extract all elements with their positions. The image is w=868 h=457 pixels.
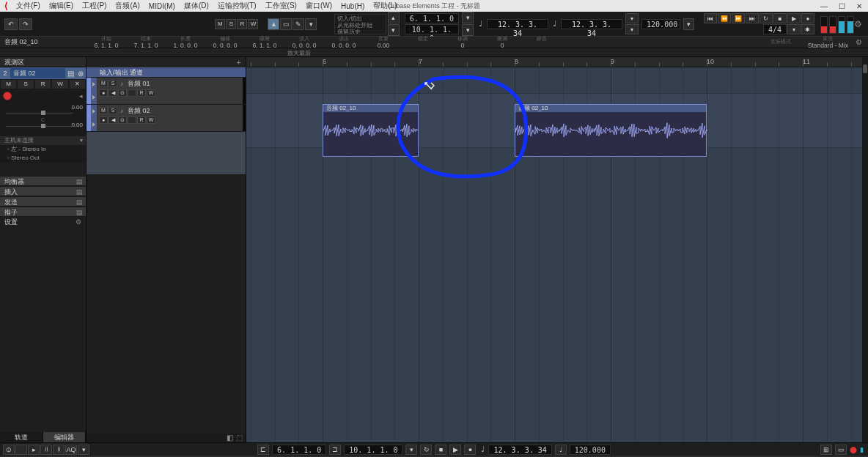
- click-button[interactable]: ✱: [801, 24, 814, 34]
- sb-tool-3[interactable]: ॥: [40, 445, 52, 455]
- info-cell[interactable]: 静音: [522, 36, 562, 48]
- sb-right-locator[interactable]: 10. 1. 1. 0: [344, 445, 402, 455]
- history-nudge-up[interactable]: ▴: [388, 12, 400, 23]
- info-cell[interactable]: 结束7. 1. 1. 0: [126, 36, 166, 48]
- track-monitor-icon[interactable]: ◂: [79, 92, 83, 100]
- info-cell[interactable]: 音量0.00: [364, 36, 403, 48]
- locator-nudge2[interactable]: ▾: [462, 24, 474, 36]
- dropdown-tool[interactable]: ▾: [305, 18, 317, 30]
- arrange-area[interactable]: 678910111213 音频 02_10 音频 02_10: [246, 57, 868, 442]
- info-music-mode[interactable]: 音乐模式: [761, 39, 801, 45]
- track-read[interactable]: R: [137, 89, 146, 97]
- time-format[interactable]: ▾: [625, 13, 639, 23]
- sb-time-fmt[interactable]: ♩: [555, 445, 567, 455]
- bottom-tab-track[interactable]: 轨道: [0, 432, 43, 442]
- minimize-button[interactable]: —: [815, 2, 833, 10]
- section-inserts[interactable]: 插入▤: [0, 186, 86, 196]
- info-cell[interactable]: 微调0: [482, 36, 522, 48]
- tempo-dropdown[interactable]: ▾: [683, 18, 694, 30]
- redo-button[interactable]: ↷: [19, 18, 32, 30]
- audio-clip[interactable]: 音频 02_10: [515, 104, 707, 157]
- track-write-button[interactable]: W: [51, 79, 68, 89]
- sb-tool-5[interactable]: AQ: [65, 445, 77, 455]
- info-cell[interactable]: 偏移0. 0. 0. 0: [205, 36, 245, 48]
- vertical-scrollbar[interactable]: [862, 57, 868, 442]
- track-freeze[interactable]: ⊙: [118, 89, 127, 97]
- locator-nudge[interactable]: ▾: [462, 12, 474, 23]
- infoline-settings-icon[interactable]: ⚙: [856, 38, 862, 46]
- menu-project[interactable]: 工程(P): [78, 1, 111, 11]
- toolbar-settings-icon[interactable]: ⚙: [854, 19, 862, 29]
- record-enable-button[interactable]: [3, 92, 12, 100]
- left-locator[interactable]: 6. 1. 1. 0: [405, 13, 459, 23]
- track-rec[interactable]: ●: [99, 116, 108, 124]
- menu-edit[interactable]: 编辑(E): [45, 1, 78, 11]
- time-signature[interactable]: 4/4: [763, 24, 787, 34]
- sb-locator-r-btn[interactable]: ⊐: [329, 445, 341, 455]
- secondary-time-display[interactable]: 12. 3. 3. 34: [561, 19, 622, 29]
- sb-play[interactable]: ▶: [450, 445, 462, 455]
- sb-tool-0[interactable]: ⊙: [3, 445, 15, 455]
- sb-tool-1[interactable]: [15, 445, 27, 455]
- tracklist-expand-icon[interactable]: ⬚: [236, 434, 243, 442]
- sig-dropdown[interactable]: ▾: [787, 24, 801, 34]
- range-tool[interactable]: ▭: [280, 18, 292, 30]
- section-fader[interactable]: 推子▤: [0, 207, 86, 217]
- sb-locator-l-btn[interactable]: ⊏: [257, 445, 269, 455]
- track-monitor[interactable]: ◀: [108, 116, 117, 124]
- track-solo[interactable]: S: [108, 80, 117, 87]
- stop-button[interactable]: ■: [773, 13, 787, 23]
- sb-nudge[interactable]: ▾: [406, 445, 418, 455]
- info-algorithm[interactable]: 算法Standard - Mix: [801, 36, 856, 48]
- track-write[interactable]: W: [147, 89, 155, 97]
- inspector-tab[interactable]: 观测区: [0, 57, 86, 67]
- track-mute-button[interactable]: M: [0, 79, 17, 89]
- history-dropdown[interactable]: 切入/切出 从光标处开始 保留历史 新分段: [334, 14, 386, 34]
- menu-hub[interactable]: Hub(H): [336, 2, 369, 10]
- add-track-button[interactable]: +: [237, 58, 241, 67]
- close-button[interactable]: ✕: [850, 2, 868, 10]
- time-format2[interactable]: ▾: [625, 24, 639, 34]
- track-row[interactable]: M S ♪ 音频 02 ● ◀ ⊙ R W: [87, 105, 246, 132]
- settings-row[interactable]: 设置⚙: [0, 217, 86, 227]
- sb-cycle[interactable]: ↻: [421, 445, 433, 455]
- info-cell[interactable]: 淡入0. 0. 0. 0: [284, 36, 324, 48]
- track-monitor[interactable]: ◀: [108, 89, 117, 97]
- sb-tool-6[interactable]: ▾: [78, 445, 89, 455]
- undo-button[interactable]: ↶: [4, 18, 18, 30]
- info-cell[interactable]: 吸附6. 1. 1. 0: [245, 36, 284, 48]
- track-close-button[interactable]: ✕: [69, 79, 86, 89]
- bottom-tab-editor[interactable]: 编辑器: [43, 432, 87, 442]
- rewind-button[interactable]: ⏪: [718, 13, 731, 23]
- primary-time-display[interactable]: 12. 3. 3. 34: [487, 19, 548, 29]
- track-mute[interactable]: M: [99, 80, 108, 87]
- goto-start-button[interactable]: ⏮: [704, 13, 717, 23]
- menu-studio[interactable]: 工作室(S): [261, 1, 301, 11]
- track-row[interactable]: M S ♪ 音频 01 ● ◀ ⊙ R W: [87, 78, 246, 105]
- section-eq[interactable]: 均衡器▤: [0, 176, 86, 186]
- menu-transport[interactable]: 运输控制(T): [213, 1, 261, 11]
- sb-left-locator[interactable]: 6. 1. 1. 0: [272, 445, 326, 455]
- sb-tempo[interactable]: 120.000: [570, 445, 611, 455]
- track-solo-button[interactable]: S: [17, 79, 34, 89]
- write-all-button[interactable]: W: [248, 19, 258, 29]
- track-mute[interactable]: M: [99, 107, 108, 114]
- io-channels-header[interactable]: 输入/输出 通道: [87, 67, 246, 78]
- sb-stop[interactable]: ■: [435, 445, 447, 455]
- routing-header[interactable]: 主机未连接▾: [0, 136, 86, 145]
- fader-area[interactable]: 0.00 0.00 C: [0, 103, 86, 136]
- record-button[interactable]: ●: [801, 13, 814, 23]
- menu-file[interactable]: 文件(F): [12, 1, 45, 11]
- menu-media[interactable]: 媒体(D): [180, 1, 213, 11]
- track-color-icon[interactable]: ▤: [65, 70, 76, 78]
- track-read-button[interactable]: R: [34, 79, 51, 89]
- section-sends[interactable]: 发送▤: [0, 196, 86, 207]
- maximize-button[interactable]: ☐: [833, 2, 850, 10]
- forward-button[interactable]: ⏩: [732, 13, 745, 23]
- menu-window[interactable]: 窗口(W): [301, 1, 336, 11]
- sb-grid-tool[interactable]: ▭: [835, 445, 847, 455]
- menu-midi[interactable]: MIDI(M): [144, 2, 180, 10]
- solo-all-button[interactable]: S: [226, 19, 236, 29]
- menu-audio[interactable]: 音频(A): [111, 1, 144, 11]
- tempo-display[interactable]: 120.000: [641, 19, 680, 29]
